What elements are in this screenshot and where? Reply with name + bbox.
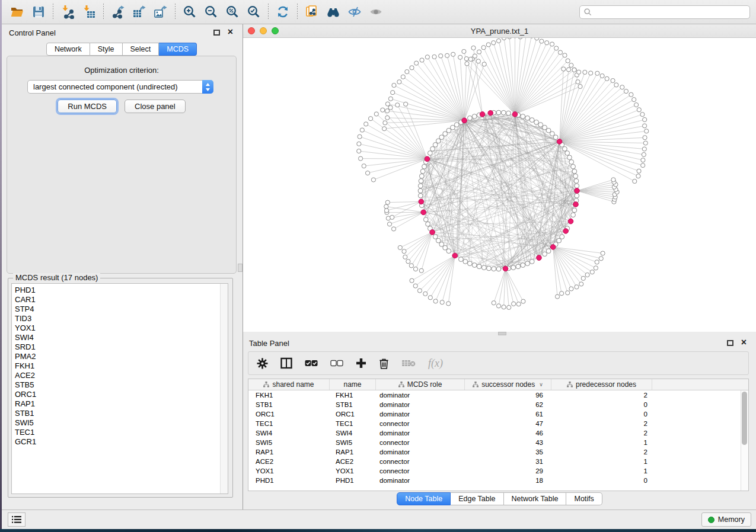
table-row[interactable]: FKH1FKH1dominator962 (248, 390, 748, 400)
network-leaf-node[interactable] (594, 266, 598, 270)
network-hub-node[interactable] (462, 118, 467, 123)
network-leaf-node[interactable] (641, 158, 645, 162)
network-leaf-node[interactable] (555, 294, 559, 299)
network-leaf-node[interactable] (464, 57, 468, 61)
network-leaf-node[interactable] (383, 121, 387, 125)
mcds-result-item[interactable]: ACE2 (15, 371, 228, 380)
network-node[interactable] (511, 265, 516, 270)
network-leaf-node[interactable] (362, 164, 366, 168)
table-row[interactable]: STB1STB1dominator620 (248, 400, 748, 409)
network-leaf-node[interactable] (486, 43, 490, 47)
network-leaf-node[interactable] (410, 66, 414, 70)
network-hub-node[interactable] (512, 112, 518, 117)
network-node[interactable] (439, 242, 444, 246)
network-leaf-node[interactable] (359, 156, 363, 161)
zoom-out-button[interactable] (200, 2, 222, 22)
network-node[interactable] (428, 151, 432, 156)
network-node[interactable] (487, 266, 492, 271)
tab-style[interactable]: Style (90, 43, 123, 56)
export-image-button[interactable] (150, 2, 171, 22)
network-node[interactable] (419, 179, 423, 184)
mcds-result-item[interactable]: YOX1 (15, 323, 228, 333)
network-leaf-node[interactable] (365, 171, 369, 175)
float-panel-icon[interactable] (727, 340, 733, 346)
network-leaf-node[interactable] (405, 69, 409, 73)
find-button[interactable] (323, 2, 344, 22)
network-node[interactable] (423, 217, 428, 222)
network-leaf-node[interactable] (385, 116, 390, 120)
network-leaf-node[interactable] (560, 291, 564, 296)
mcds-result-item[interactable]: SWI4 (15, 333, 228, 342)
deselect-all-button[interactable] (330, 360, 343, 367)
network-canvas[interactable] (243, 38, 756, 332)
network-leaf-node[interactable] (605, 76, 609, 81)
network-leaf-node[interactable] (410, 278, 414, 283)
table-row[interactable]: YOX1YOX1connector291 (248, 466, 748, 476)
delete-column-button[interactable] (379, 358, 389, 369)
network-node[interactable] (543, 125, 547, 130)
network-leaf-node[interactable] (614, 83, 618, 87)
table-row[interactable]: RAP1RAP1dominator352 (248, 447, 748, 457)
network-node[interactable] (454, 123, 459, 127)
network-hub-node[interactable] (480, 112, 485, 117)
network-node[interactable] (565, 151, 570, 156)
mcds-result-listbox[interactable]: PHD1CAR1STP4TID3YOX1SWI4SRD1PMA2FKH1ACE2… (11, 283, 228, 494)
network-leaf-node[interactable] (417, 289, 422, 293)
network-leaf-node[interactable] (382, 127, 386, 131)
show-column-panel-button[interactable] (280, 357, 292, 369)
network-leaf-node[interactable] (384, 204, 388, 209)
network-leaf-node[interactable] (512, 302, 516, 306)
network-leaf-node[interactable] (428, 296, 432, 300)
network-node[interactable] (426, 222, 430, 226)
network-node[interactable] (553, 135, 558, 140)
network-node[interactable] (439, 135, 444, 140)
network-leaf-node[interactable] (637, 169, 641, 173)
network-leaf-node[interactable] (388, 97, 393, 101)
mcds-result-item[interactable]: SWI5 (15, 418, 228, 428)
tab-network-table[interactable]: Network Table (504, 492, 567, 505)
network-leaf-node[interactable] (468, 57, 473, 61)
network-leaf-node[interactable] (423, 291, 428, 296)
network-leaf-node[interactable] (516, 302, 521, 306)
network-node[interactable] (433, 143, 438, 148)
network-hub-node[interactable] (557, 139, 562, 145)
network-leaf-node[interactable] (384, 209, 388, 213)
run-mcds-button[interactable]: Run MCDS (58, 100, 117, 113)
network-leaf-node[interactable] (462, 49, 466, 53)
network-node[interactable] (546, 249, 551, 254)
network-leaf-node[interactable] (432, 55, 436, 59)
float-panel-icon[interactable] (213, 30, 220, 36)
network-leaf-node[interactable] (371, 178, 375, 182)
network-leaf-node[interactable] (545, 41, 549, 45)
network-leaf-node[interactable] (601, 251, 605, 255)
network-leaf-node[interactable] (566, 59, 570, 63)
column-header-shared-name[interactable]: shared name (248, 379, 330, 390)
network-node[interactable] (477, 264, 481, 269)
network-leaf-node[interactable] (600, 73, 604, 78)
network-leaf-node[interactable] (645, 129, 649, 133)
network-node[interactable] (543, 252, 547, 257)
network-leaf-node[interactable] (368, 117, 372, 121)
network-leaf-node[interactable] (579, 282, 583, 286)
network-leaf-node[interactable] (577, 70, 581, 74)
network-node[interactable] (418, 184, 423, 188)
network-leaf-node[interactable] (385, 109, 390, 113)
close-panel-icon[interactable]: × (741, 336, 747, 348)
table-row[interactable]: SWI5SWI5connector431 (248, 438, 748, 447)
network-node[interactable] (529, 118, 534, 123)
network-leaf-node[interactable] (585, 273, 589, 277)
network-node[interactable] (525, 261, 530, 266)
network-node[interactable] (481, 265, 486, 270)
tab-network[interactable]: Network (46, 43, 90, 56)
network-node[interactable] (538, 123, 543, 127)
select-all-button[interactable] (305, 360, 318, 367)
mcds-result-item[interactable]: STB1 (15, 409, 228, 418)
mcds-result-item[interactable]: GCR1 (15, 437, 228, 447)
scrollbar-thumb[interactable] (742, 392, 747, 445)
network-hub-node[interactable] (503, 266, 508, 271)
search-box[interactable] (579, 5, 750, 19)
network-leaf-node[interactable] (502, 38, 506, 40)
network-leaf-node[interactable] (433, 299, 438, 303)
network-node[interactable] (571, 164, 576, 169)
network-leaf-node[interactable] (569, 63, 573, 68)
